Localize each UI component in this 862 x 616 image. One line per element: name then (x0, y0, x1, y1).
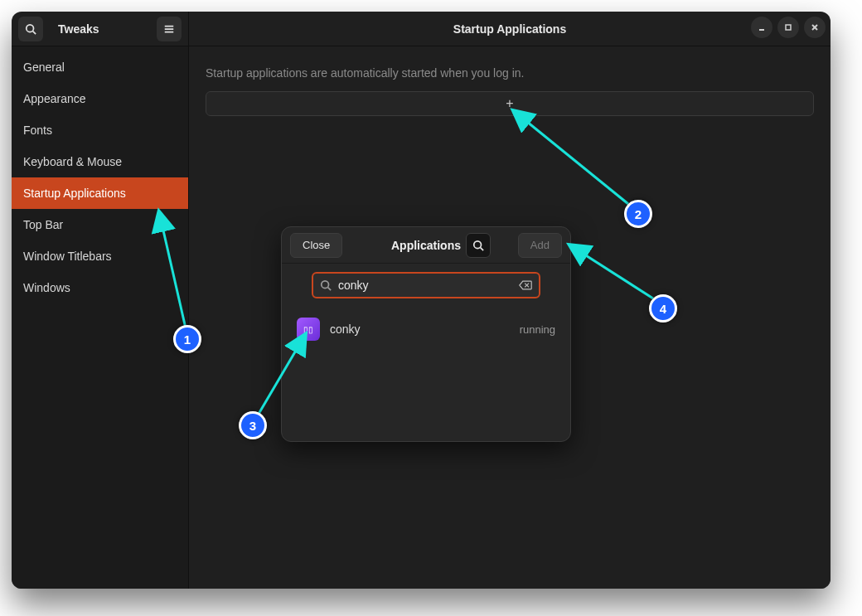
dialog-results-list: ▯▯ conky running (282, 307, 570, 441)
maximize-button[interactable] (777, 17, 799, 38)
sidebar-item-window-titlebars[interactable]: Window Titlebars (12, 240, 188, 272)
sidebar-item-appearance[interactable]: Appearance (12, 83, 188, 114)
dialog-search-toggle[interactable] (466, 233, 491, 258)
sidebar-item-label: Top Bar (23, 218, 63, 231)
dialog-add-button[interactable]: Add (518, 233, 562, 258)
sidebar-item-label: General (23, 61, 65, 74)
window-controls (751, 17, 826, 38)
headerbar-left: Tweaks (12, 12, 189, 46)
app-title: Tweaks (48, 22, 152, 36)
svg-line-12 (328, 288, 332, 291)
app-result-name: conky (330, 323, 361, 336)
sidebar-item-top-bar[interactable]: Top Bar (12, 209, 188, 240)
plus-icon: + (506, 97, 513, 110)
sidebar-item-label: Window Titlebars (23, 250, 112, 263)
svg-line-15 (514, 111, 628, 204)
sidebar-item-keyboard-mouse[interactable]: Keyboard & Mouse (12, 146, 188, 177)
conky-app-icon: ▯▯ (297, 318, 320, 341)
add-startup-app-button[interactable]: + (206, 91, 814, 116)
dialog-search-wrap (282, 264, 570, 307)
search-icon (25, 23, 36, 35)
dialog-close-button[interactable]: Close (290, 233, 342, 258)
clear-icon[interactable] (519, 280, 532, 290)
annotation-bubble-3: 3 (239, 411, 267, 439)
maximize-icon (784, 23, 792, 32)
svg-point-9 (474, 240, 482, 248)
app-picker-dialog: Close Applications Add ▯▯ (281, 226, 571, 442)
search-button[interactable] (18, 17, 43, 41)
close-button[interactable] (804, 17, 826, 38)
sidebar-item-label: Windows (23, 281, 70, 294)
svg-line-1 (33, 31, 36, 34)
sidebar-item-label: Fonts (23, 124, 52, 137)
main-panel: Startup applications are automatically s… (189, 46, 831, 589)
svg-point-11 (322, 281, 329, 289)
sidebar-item-general[interactable]: General (12, 51, 188, 83)
sidebar-item-startup-applications[interactable]: Startup Applications (12, 177, 188, 209)
sidebar: General Appearance Fonts Keyboard & Mous… (12, 46, 189, 589)
sidebar-item-label: Startup Applications (23, 187, 126, 200)
tweaks-window: Tweaks Startup Applications General (12, 12, 831, 589)
sidebar-item-windows[interactable]: Windows (12, 272, 188, 303)
svg-line-16 (570, 245, 653, 298)
dialog-header: Close Applications Add (282, 227, 570, 264)
svg-rect-6 (786, 25, 791, 30)
hamburger-icon (163, 23, 175, 35)
annotation-bubble-2: 2 (624, 200, 652, 228)
headerbar-right: Startup Applications (189, 12, 831, 46)
minimize-button[interactable] (751, 17, 772, 38)
search-icon (320, 279, 332, 291)
dialog-title: Applications (391, 239, 461, 252)
annotation-bubble-4: 4 (649, 294, 677, 323)
svg-line-10 (481, 247, 484, 250)
search-icon (472, 240, 484, 251)
panel-description: Startup applications are automatically s… (206, 66, 814, 80)
hamburger-menu-button[interactable] (157, 17, 182, 41)
app-result-row[interactable]: ▯▯ conky running (290, 310, 562, 348)
app-result-status: running (520, 323, 555, 336)
sidebar-item-label: Appearance (23, 92, 86, 105)
panel-title: Startup Applications (453, 22, 566, 36)
window-body: General Appearance Fonts Keyboard & Mous… (12, 46, 831, 589)
dialog-search-box (312, 272, 540, 298)
svg-point-0 (27, 24, 34, 32)
dialog-search-input[interactable] (338, 279, 512, 292)
close-icon (811, 23, 819, 32)
headerbar: Tweaks Startup Applications (12, 12, 831, 46)
annotation-bubble-1: 1 (173, 325, 201, 353)
minimize-icon (758, 23, 766, 32)
sidebar-item-fonts[interactable]: Fonts (12, 114, 188, 146)
sidebar-item-label: Keyboard & Mouse (23, 155, 122, 168)
